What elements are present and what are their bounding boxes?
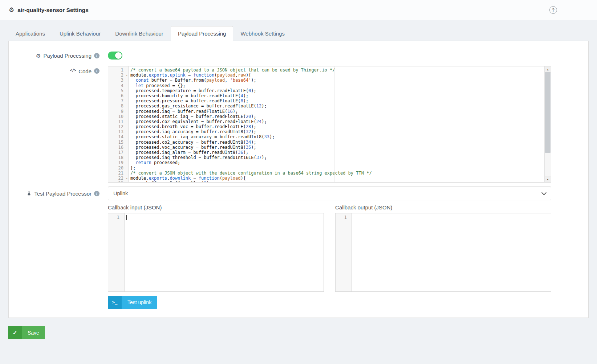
code-line[interactable]: return processed; bbox=[130, 160, 544, 165]
check-icon: ✓ bbox=[8, 326, 22, 339]
code-line[interactable]: processed.temperature = buffer.readFloat… bbox=[130, 88, 544, 93]
code-line[interactable]: processed.iaq_threshold = buffer.readUIn… bbox=[130, 155, 544, 160]
test-mode-selected-value: Uplink bbox=[113, 191, 128, 196]
code-row: </​> Code i 12▾3456789101112131415161718… bbox=[9, 66, 588, 183]
code-line[interactable]: processed.static_iaq = buffer.readFloatL… bbox=[130, 114, 544, 119]
code-line[interactable]: const buffer = Buffer.from(payload, 'bas… bbox=[130, 78, 544, 83]
payload-processing-label-cell: ⚙ Payload Processing i bbox=[9, 53, 108, 59]
tab-payload-processing[interactable]: Payload Processing bbox=[171, 26, 233, 41]
tab-webhook-settings[interactable]: Webhook Settings bbox=[233, 26, 292, 41]
test-processor-control: Uplink bbox=[108, 187, 551, 200]
callback-output-content[interactable] bbox=[352, 213, 551, 291]
callback-output-gutter: 1 bbox=[336, 213, 352, 291]
test-processor-label: Test Payload Processor bbox=[34, 191, 92, 197]
main-content: ApplicationsUplink BehaviourDownlink Beh… bbox=[8, 26, 589, 318]
code-line[interactable]: processed.breath_voc = buffer.readFloatL… bbox=[130, 124, 544, 129]
code-line[interactable]: processed.iaq_accuracy = buffer.readUInt… bbox=[130, 129, 544, 134]
code-editor-content[interactable]: /* convert a base64 payload to a JSON ob… bbox=[129, 66, 544, 182]
payload-processing-control bbox=[108, 52, 551, 60]
line-number: 6 bbox=[108, 93, 128, 98]
code-line[interactable]: var buffer = Buffer.alloc(2); bbox=[130, 181, 544, 182]
fold-marker-icon[interactable]: ▾ bbox=[126, 73, 128, 78]
callback-input-gutter: 1 bbox=[108, 213, 125, 291]
line-number: 10 bbox=[108, 114, 128, 119]
line-number: 18 bbox=[108, 155, 128, 160]
line-number: 22▾ bbox=[108, 176, 128, 181]
code-line[interactable]: let processed = {}; bbox=[130, 83, 544, 88]
scroll-down-arrow[interactable]: ▼ bbox=[545, 176, 551, 182]
line-number: 17 bbox=[108, 150, 128, 155]
payload-processing-row: ⚙ Payload Processing i bbox=[9, 51, 588, 60]
tab-downlink-behaviour[interactable]: Downlink Behaviour bbox=[108, 26, 171, 41]
scroll-up-arrow[interactable]: ▲ bbox=[545, 66, 551, 73]
line-number: 13 bbox=[108, 129, 128, 134]
text-cursor bbox=[354, 215, 354, 220]
code-label-cell: </​> Code i bbox=[9, 66, 108, 74]
code-line[interactable]: processed.co2_accuracy = buffer.readUInt… bbox=[130, 140, 544, 145]
callback-output-label: Callback output (JSON) bbox=[335, 205, 551, 210]
callback-output-column: Callback output (JSON) 1 bbox=[335, 205, 551, 292]
code-info-icon[interactable]: i bbox=[94, 68, 99, 74]
test-uplink-button[interactable]: >_ Test uplink bbox=[108, 296, 157, 309]
save-label: Save bbox=[22, 326, 45, 339]
toggle-knob bbox=[115, 52, 122, 59]
code-line[interactable]: /* convert a JSON object with the device… bbox=[130, 171, 544, 176]
code-line[interactable]: /* convert a base64 payload to a JSON ob… bbox=[130, 68, 544, 73]
code-control: 12▾345678910111213141516171819202122▾23 … bbox=[108, 66, 551, 183]
payload-processing-info-icon[interactable]: i bbox=[94, 53, 99, 58]
code-line[interactable]: processed.iaq_alarm = buffer.readUInt8(3… bbox=[130, 150, 544, 155]
code-line[interactable]: module.exports.uplink = function(payload… bbox=[130, 73, 544, 78]
terminal-icon: >_ bbox=[108, 296, 122, 309]
callback-output-editor[interactable]: 1 bbox=[335, 213, 551, 292]
test-processor-info-icon[interactable]: i bbox=[94, 191, 99, 196]
line-number: 21 bbox=[108, 171, 128, 176]
scroll-thumb[interactable] bbox=[545, 72, 551, 153]
line-number: 4 bbox=[108, 83, 128, 88]
payload-processing-label: Payload Processing bbox=[43, 53, 92, 59]
line-number: 23 bbox=[108, 181, 128, 183]
code-editor-scrollbar[interactable]: ▲ ▼ bbox=[544, 66, 551, 182]
callback-row: Callback input (JSON) 1 Callback output … bbox=[9, 205, 588, 292]
line-number: 11 bbox=[108, 119, 128, 124]
code-line[interactable]: processed.voc_accuracy = buffer.readUInt… bbox=[130, 145, 544, 150]
code-icon: </​> bbox=[70, 68, 76, 72]
line-number: 3 bbox=[108, 78, 128, 83]
fold-marker-icon[interactable]: ▾ bbox=[126, 176, 128, 181]
callback-input-editor[interactable]: 1 bbox=[108, 213, 324, 292]
tab-applications[interactable]: Applications bbox=[8, 26, 52, 41]
line-number: 19 bbox=[108, 160, 128, 165]
save-button[interactable]: ✓ Save bbox=[8, 326, 45, 339]
payload-processing-toggle[interactable] bbox=[108, 52, 122, 60]
test-processor-row: Test Payload Processor i Uplink bbox=[9, 187, 588, 200]
code-line[interactable]: processed.gas_resistance = buffer.readFl… bbox=[130, 103, 544, 109]
line-number: 15 bbox=[108, 140, 128, 145]
code-line[interactable]: }; bbox=[130, 165, 544, 171]
help-icon[interactable]: ? bbox=[549, 6, 557, 14]
code-line[interactable]: processed.pressure = buffer.readFloatLE(… bbox=[130, 98, 544, 103]
line-number: 8 bbox=[108, 103, 128, 109]
callback-input-content[interactable] bbox=[125, 213, 324, 291]
settings-panel: ⚙ Payload Processing i </​> Code i 12▾34… bbox=[8, 41, 589, 318]
code-line[interactable]: processed.co2_equivalent = buffer.readFl… bbox=[130, 119, 544, 124]
titlebar: ⚙ air-quality-sensor Settings ? bbox=[0, 0, 597, 20]
line-number: 12 bbox=[108, 124, 128, 129]
code-editor[interactable]: 12▾345678910111213141516171819202122▾23 … bbox=[108, 66, 551, 183]
test-uplink-label: Test uplink bbox=[122, 296, 157, 309]
payload-processing-gear-icon: ⚙ bbox=[36, 53, 41, 58]
line-number: 1 bbox=[108, 68, 128, 73]
flask-icon bbox=[27, 191, 32, 196]
line-number: 14 bbox=[108, 134, 128, 139]
page-title: air-quality-sensor Settings bbox=[17, 7, 89, 13]
tab-uplink-behaviour[interactable]: Uplink Behaviour bbox=[52, 26, 108, 41]
code-line[interactable]: module.exports.downlink = function(paylo… bbox=[130, 176, 544, 181]
code-line[interactable]: processed.static_iaq_accuracy = buffer.r… bbox=[130, 134, 544, 139]
code-line[interactable]: processed.iaq = buffer.readFloatLE(16); bbox=[130, 109, 544, 114]
callback-input-line-number: 1 bbox=[117, 215, 119, 220]
code-editor-gutter: 12▾345678910111213141516171819202122▾23 bbox=[108, 66, 129, 182]
test-button-control: >_ Test uplink bbox=[108, 296, 551, 309]
column-ruler bbox=[334, 66, 335, 182]
line-number: 7 bbox=[108, 98, 128, 103]
test-mode-select[interactable]: Uplink bbox=[108, 187, 551, 200]
line-number: 20 bbox=[108, 165, 128, 171]
code-line[interactable]: processed.humidity = buffer.readFloatLE(… bbox=[130, 93, 544, 98]
